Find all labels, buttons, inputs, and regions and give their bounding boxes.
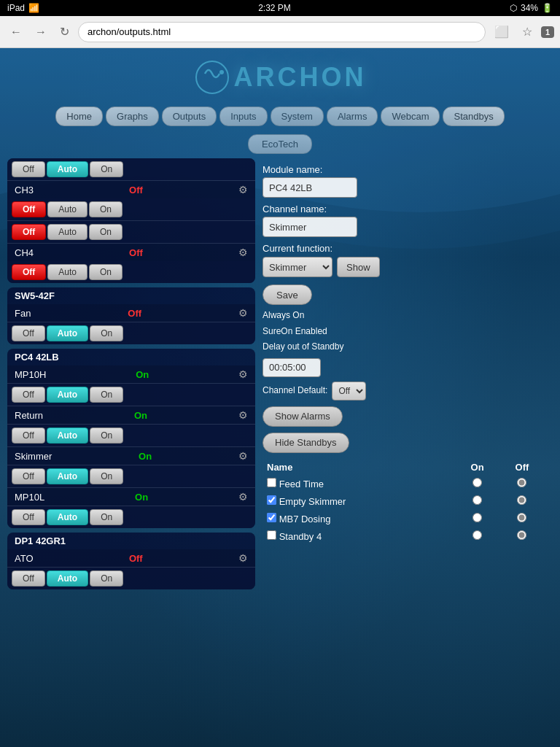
save-button[interactable]: Save (262, 285, 312, 305)
show-button[interactable]: Show (337, 257, 380, 277)
on-button-ch4[interactable]: On (89, 264, 122, 280)
on-button-fan[interactable]: On (90, 325, 123, 341)
current-function-label: Current function: (262, 243, 545, 254)
nav-home[interactable]: Home (55, 107, 103, 126)
main-content: ARCHON Home Graphs Outputs Inputs System… (0, 48, 560, 747)
gear-icon-fan[interactable]: ⚙ (238, 307, 248, 319)
off-button-ato[interactable]: Off (12, 570, 45, 587)
gear-icon-return[interactable]: ⚙ (238, 409, 248, 421)
channel-header-mp10l: MP10L On ⚙ (7, 488, 255, 506)
radio-on-standby4[interactable] (472, 530, 482, 540)
on-button-top[interactable]: On (89, 224, 122, 240)
off-button-top[interactable]: Off (12, 224, 46, 240)
gear-icon-ch3[interactable]: ⚙ (238, 184, 248, 196)
off-button-mp10l[interactable]: Off (12, 509, 45, 525)
gear-icon-ch4[interactable]: ⚙ (238, 247, 248, 258)
delay-time-input[interactable] (262, 358, 321, 377)
gear-icon-skimmer[interactable]: ⚙ (238, 450, 248, 462)
status-right: ⬡ 34% 🔋 (510, 3, 553, 13)
tab-count[interactable]: 1 (541, 26, 554, 38)
radio-off-standby4[interactable] (517, 530, 526, 540)
channel-status-ch3: Off (129, 185, 143, 196)
show-alarms-button[interactable]: Show Alarms (262, 406, 343, 427)
auto-button-ch3[interactable]: Auto (47, 201, 88, 217)
nav-system[interactable]: System (271, 107, 324, 126)
nav-inputs[interactable]: Inputs (219, 107, 267, 126)
standby-name-emptyskimmer: Empty Skimmer (264, 493, 454, 509)
on-button-skimmer[interactable]: On (90, 468, 123, 484)
standby-off-standby4 (500, 528, 544, 544)
radio-off-mb7dosing[interactable] (517, 513, 526, 522)
reload-button[interactable]: ↻ (55, 23, 74, 40)
auto-button-ato[interactable]: Auto (47, 570, 88, 587)
gear-icon-mp10h[interactable]: ⚙ (238, 368, 248, 380)
forward-button[interactable]: → (31, 24, 51, 40)
address-bar[interactable] (78, 22, 486, 42)
channel-row-ch4: CH4 Off ⚙ Off Auto On (7, 244, 255, 283)
radio-on-feedtime[interactable] (472, 478, 482, 487)
radio-off-emptyskimmer[interactable] (517, 495, 526, 505)
channel-name-input[interactable] (262, 217, 357, 237)
channel-header-ato: ATO Off ⚙ (7, 549, 255, 567)
auto-button[interactable]: Auto (47, 161, 88, 177)
auto-button-fan[interactable]: Auto (47, 325, 88, 341)
channel-controls-skimmer-row: Off Auto On (7, 465, 255, 488)
auto-button-mp10l[interactable]: Auto (47, 509, 88, 525)
nav-alarms[interactable]: Alarms (327, 107, 378, 126)
channel-name-return: Return (15, 410, 43, 421)
on-button-ch3[interactable]: On (89, 201, 122, 217)
channel-row-ch4-ctrl: Off Auto On (7, 221, 255, 244)
auto-button-skimmer[interactable]: Auto (47, 468, 88, 484)
channel-header-fan: Fan Off ⚙ (7, 304, 255, 322)
radio-on-mb7dosing[interactable] (472, 513, 482, 522)
nav-outputs[interactable]: Outputs (162, 107, 217, 126)
standby-name-feedtime: Feed Time (264, 476, 454, 492)
off-button-mp10h[interactable]: Off (12, 387, 45, 403)
ecotech-button[interactable]: EcoTech (248, 134, 312, 154)
back-button[interactable]: ← (6, 24, 26, 40)
on-button-ato[interactable]: On (90, 570, 123, 587)
radio-off-feedtime[interactable] (517, 478, 526, 487)
nav-webcam[interactable]: Webcam (381, 107, 440, 126)
off-button[interactable]: Off (12, 161, 45, 177)
on-button-mp10l[interactable]: On (90, 509, 123, 525)
module-name-input[interactable] (262, 177, 357, 198)
on-button-mp10h[interactable]: On (90, 387, 123, 403)
off-button-fan[interactable]: Off (12, 325, 45, 341)
standby-checkbox-mb7dosing[interactable] (267, 513, 276, 522)
channel-controls-mp10l-row: Off Auto On (7, 506, 255, 528)
off-button-ch3[interactable]: Off (12, 201, 46, 217)
auto-button-top[interactable]: Auto (47, 224, 88, 240)
auto-button-ch4[interactable]: Auto (47, 264, 88, 280)
on-button[interactable]: On (90, 161, 123, 177)
off-button-return[interactable]: Off (12, 427, 45, 444)
channel-status-skimmer: On (139, 451, 152, 462)
nav-graphs[interactable]: Graphs (106, 107, 159, 126)
hide-standbys-button[interactable]: Hide Standbys (262, 433, 349, 453)
bookmark-button[interactable]: ☆ (518, 23, 537, 40)
off-button-skimmer[interactable]: Off (12, 468, 45, 484)
auto-button-return[interactable]: Auto (47, 427, 88, 444)
channel-status-mp10l: On (135, 492, 148, 503)
standby-checkbox-feedtime[interactable] (267, 478, 276, 487)
device-group-1: Off Auto On CH3 Off ⚙ Off Auto On (7, 158, 255, 283)
auto-button-mp10h[interactable]: Auto (47, 387, 88, 403)
gear-icon-mp10l[interactable]: ⚙ (238, 491, 248, 503)
channel-default-select[interactable]: Off On (332, 382, 366, 400)
standby-checkbox-emptyskimmer[interactable] (267, 495, 276, 505)
channel-name-skimmer: Skimmer (15, 451, 52, 462)
right-panel: Module name: Channel name: Current funct… (255, 158, 553, 594)
gear-icon-ato[interactable]: ⚙ (238, 552, 248, 564)
radio-on-emptyskimmer[interactable] (472, 495, 482, 505)
col-header-on: On (456, 460, 499, 474)
channel-row-fan-ctrl: Off Auto On (7, 322, 255, 344)
channel-header-mp10h: MP10H On ⚙ (7, 365, 255, 383)
off-button-ch4[interactable]: Off (12, 264, 46, 280)
ecotech-area: EcoTech (0, 134, 560, 154)
function-select[interactable]: Skimmer Always On Feed Timer Wave None (262, 257, 332, 277)
channel-header-return: Return On ⚙ (7, 406, 255, 424)
standby-checkbox-standby4[interactable] (267, 530, 276, 540)
share-button[interactable]: ⬜ (490, 23, 513, 40)
nav-standbys[interactable]: Standbys (443, 107, 504, 126)
on-button-return[interactable]: On (90, 427, 123, 444)
